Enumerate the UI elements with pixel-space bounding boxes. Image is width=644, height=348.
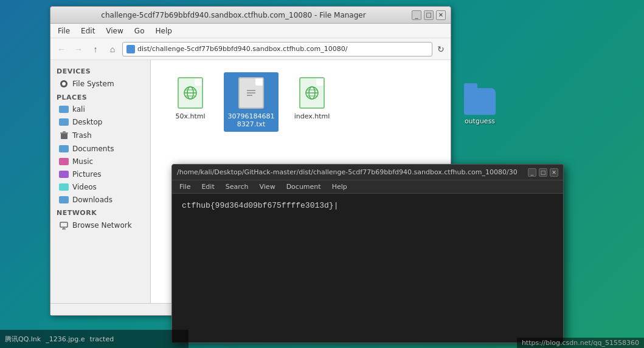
menu-help[interactable]: Help [150, 26, 176, 36]
svg-rect-5 [60, 222, 68, 227]
downloads-icon [59, 196, 69, 203]
file-icon-index [297, 76, 327, 110]
icon-body-txt [238, 77, 264, 109]
sidebar-item-desktop-label: Desktop [72, 118, 103, 126]
svg-rect-4 [63, 131, 66, 132]
pictures-icon [59, 171, 69, 178]
menu-go[interactable]: Go [130, 26, 150, 36]
trash-icon [59, 131, 69, 140]
forward-button[interactable]: → [71, 42, 86, 56]
file-label-50x: 50x.html [175, 112, 205, 120]
toolbar: ← → ↑ ⌂ dist/challenge-5cdf77b69bbfd940.… [50, 38, 451, 60]
editor-menu-edit[interactable]: Edit [196, 182, 219, 192]
close-button[interactable]: ✕ [436, 10, 446, 20]
taskbar-item-3[interactable]: tracted [90, 335, 114, 343]
editor-title: /home/kali/Desktop/GitHack-master/dist/c… [177, 168, 528, 176]
editor-maximize-button[interactable]: □ [539, 168, 547, 177]
desktop-folder-icon [59, 118, 69, 126]
file-icon-50x [176, 76, 205, 110]
address-icon [126, 45, 135, 53]
editor-menu-file[interactable]: File [175, 182, 195, 192]
sidebar-item-pictures[interactable]: Pictures [53, 168, 148, 180]
network-icon [59, 220, 69, 230]
sidebar-item-documents-label: Documents [72, 145, 114, 153]
address-text: dist/challenge-5cdf77b69bbfd940.sandbox.… [137, 45, 428, 53]
menu-bar: File Edit View Go Help [50, 24, 451, 38]
editor-content-text: ctfhub{99d364d09bf675ffffe3013d} [182, 201, 338, 210]
desktop-icon-outguess[interactable]: outguess [455, 88, 504, 125]
sidebar-item-filesystem-label: File System [72, 80, 114, 88]
doc-svg-txt [245, 87, 257, 99]
svg-point-1 [62, 82, 66, 86]
documents-icon [59, 145, 69, 152]
reload-button[interactable]: ↻ [435, 43, 447, 55]
editor-content-area: ctfhub{99d364d09bf675ffffe3013d} [172, 194, 563, 343]
editor-menu-help[interactable]: Help [327, 182, 352, 192]
sidebar-item-trash[interactable]: Trash [53, 129, 148, 142]
titlebar: challenge-5cdf77b69bbfd940.sandbox.ctfhu… [50, 7, 451, 24]
file-label-index: index.html [294, 112, 330, 120]
sidebar-item-videos-label: Videos [72, 183, 97, 191]
file-item-50x[interactable]: 50x.html [163, 72, 218, 132]
editor-menu-document[interactable]: Document [282, 182, 326, 192]
sidebar-item-browse-network-label: Browse Network [72, 221, 132, 230]
editor-menu-view[interactable]: View [255, 182, 280, 192]
maximize-button[interactable]: □ [424, 10, 434, 20]
menu-file[interactable]: File [53, 26, 75, 36]
minimize-button[interactable]: _ [412, 10, 421, 20]
taskbar-item-1[interactable]: 腾讯QQ.lnk [5, 335, 41, 344]
file-icon-txt [237, 76, 266, 110]
desktop-icon-label: outguess [465, 117, 495, 125]
editor-titlebar: /home/kali/Desktop/GitHack-master/dist/c… [172, 165, 563, 180]
network-header: NETWORK [50, 206, 150, 218]
sidebar-item-documents[interactable]: Documents [53, 143, 148, 155]
sidebar-item-pictures-label: Pictures [72, 170, 102, 179]
window-controls: _ □ ✕ [412, 10, 446, 20]
folder-icon [464, 88, 496, 115]
svg-rect-2 [61, 133, 68, 139]
sidebar-item-downloads[interactable]: Downloads [53, 194, 148, 206]
filesystem-icon [59, 79, 69, 89]
editor-close-button[interactable]: ✕ [550, 168, 558, 177]
editor-menubar: File Edit Search View Document Help [172, 180, 563, 194]
taskbar-item-2[interactable]: _1236.jpg.e [46, 335, 85, 343]
window-title: challenge-5cdf77b69bbfd940.sandbox.ctfhu… [55, 11, 412, 19]
sidebar-item-music-label: Music [72, 157, 93, 166]
menu-edit[interactable]: Edit [76, 26, 100, 36]
svg-rect-3 [60, 132, 68, 134]
videos-icon [59, 183, 69, 191]
address-bar[interactable]: dist/challenge-5cdf77b69bbfd940.sandbox.… [122, 42, 432, 56]
sidebar-item-browse-network[interactable]: Browse Network [53, 219, 148, 232]
file-item-txt[interactable]: 307961846818327.txt [224, 72, 279, 132]
sidebar: DEVICES File System PLACES kali Desktop [50, 60, 151, 303]
menu-view[interactable]: View [101, 26, 128, 36]
sidebar-item-filesystem[interactable]: File System [53, 77, 148, 90]
icon-body-index [299, 77, 325, 109]
editor-controls: _ □ ✕ [528, 168, 558, 177]
file-item-index[interactable]: index.html [285, 72, 339, 132]
devices-header: DEVICES [50, 65, 150, 77]
places-header: PLACES [50, 91, 150, 103]
file-label-txt: 307961846818327.txt [227, 112, 275, 128]
url-bar: https://blog.csdn.net/qq_51558360 [517, 338, 644, 348]
sidebar-item-music[interactable]: Music [53, 155, 148, 168]
kali-folder-icon [59, 106, 69, 113]
globe-svg-index [305, 86, 319, 100]
taskbar-bottom: 腾讯QQ.lnk _1236.jpg.e tracted [0, 330, 189, 348]
icon-body-50x [178, 77, 203, 109]
text-editor-window: /home/kali/Desktop/GitHack-master/dist/c… [171, 164, 564, 343]
sidebar-item-trash-label: Trash [72, 131, 92, 140]
home-button[interactable]: ⌂ [105, 42, 120, 56]
url-bar-text: https://blog.csdn.net/qq_51558360 [522, 339, 639, 347]
globe-svg-50x [183, 86, 198, 100]
up-button[interactable]: ↑ [88, 42, 103, 56]
sidebar-item-desktop[interactable]: Desktop [53, 116, 148, 128]
sidebar-item-kali[interactable]: kali [53, 103, 148, 115]
sidebar-item-kali-label: kali [72, 105, 85, 114]
editor-menu-search[interactable]: Search [221, 182, 254, 192]
music-icon [59, 158, 69, 165]
back-button[interactable]: ← [54, 42, 69, 56]
sidebar-item-videos[interactable]: Videos [53, 181, 148, 193]
editor-minimize-button[interactable]: _ [528, 168, 536, 177]
sidebar-item-downloads-label: Downloads [72, 196, 113, 204]
